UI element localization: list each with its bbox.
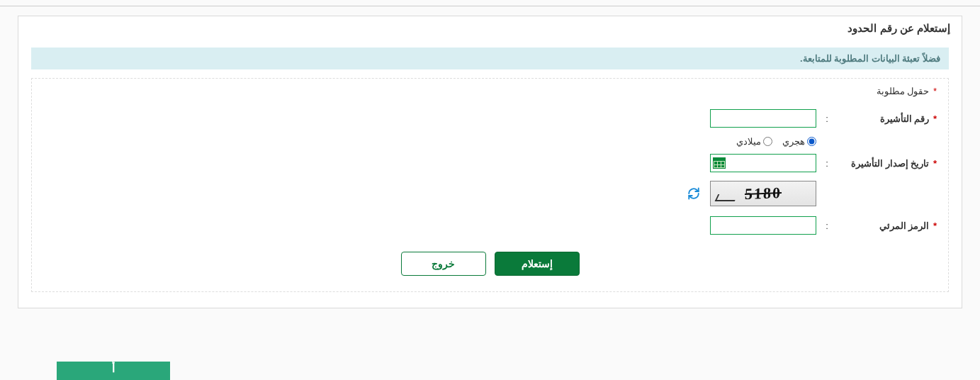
captcha-input[interactable] <box>710 216 816 235</box>
form-container: * حقول مطلوبة * رقم التأشيرة : هجري <box>31 78 949 292</box>
label-visa-issue-date: * تاريخ إصدار التأشيرة <box>838 158 937 169</box>
radio-miladi[interactable]: ميلادي <box>736 136 772 147</box>
refresh-captcha-icon[interactable] <box>687 187 700 200</box>
captcha-image: 5180 <box>710 181 816 206</box>
label-captcha-text: الرمز المرئي <box>879 220 930 231</box>
field-visa-number <box>710 109 816 128</box>
top-divider <box>0 6 980 6</box>
inquire-button[interactable]: إستعلام <box>495 252 580 276</box>
radio-hijri-label: هجري <box>782 136 805 147</box>
calendar-type-radios: هجري ميلادي <box>43 136 816 147</box>
label-captcha: * الرمز المرئي <box>838 220 937 231</box>
row-visa-number: * رقم التأشيرة : <box>43 109 937 128</box>
label-visa-number: * رقم التأشيرة <box>838 113 937 124</box>
required-fields-label: حقول مطلوبة <box>877 86 930 96</box>
label-visa-issue-date-text: تاريخ إصدار التأشيرة <box>851 158 929 169</box>
panel-body: فضلاً تعبئة البيانات المطلوبة للمتابعة. … <box>18 40 962 308</box>
field-visa-issue-date <box>710 154 816 172</box>
captcha-scribble <box>715 194 738 201</box>
field-captcha <box>710 216 816 235</box>
row-visa-issue-date: * تاريخ إصدار التأشيرة : <box>43 154 937 172</box>
required-star: * <box>933 220 937 231</box>
colon: : <box>816 113 838 124</box>
colon: : <box>816 220 838 231</box>
captcha-image-row: 5180 <box>43 181 816 206</box>
footer-tab: أ <box>57 362 170 380</box>
info-banner: فضلاً تعبئة البيانات المطلوبة للمتابعة. <box>31 48 949 69</box>
required-fields-note: * حقول مطلوبة <box>43 86 937 96</box>
radio-miladi-label: ميلادي <box>736 136 761 147</box>
calendar-icon[interactable] <box>713 157 726 169</box>
visa-number-input[interactable] <box>710 109 816 128</box>
main-panel: إستعلام عن رقم الحدود فضلاً تعبئة البيان… <box>18 16 962 308</box>
row-captcha: * الرمز المرئي : <box>43 216 937 235</box>
required-star: * <box>933 158 937 169</box>
exit-button[interactable]: خروج <box>401 252 486 276</box>
panel-title: إستعلام عن رقم الحدود <box>18 16 962 40</box>
label-visa-number-text: رقم التأشيرة <box>880 113 930 124</box>
captcha-text: 5180 <box>745 184 782 203</box>
required-star: * <box>933 113 937 124</box>
colon: : <box>816 158 838 169</box>
radio-miladi-input[interactable] <box>763 137 772 146</box>
radio-hijri-input[interactable] <box>807 137 816 146</box>
visa-issue-date-input[interactable] <box>710 154 816 172</box>
action-buttons: إستعلام خروج <box>43 252 937 276</box>
required-star: * <box>933 86 937 96</box>
radio-hijri[interactable]: هجري <box>782 136 816 147</box>
